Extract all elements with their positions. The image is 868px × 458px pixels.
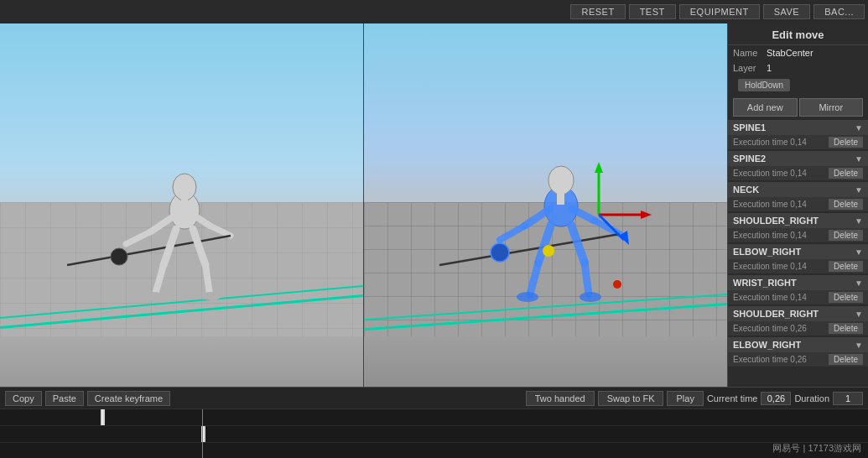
add-new-button[interactable]: Add new bbox=[733, 98, 798, 117]
bone-dropdown-6[interactable]: ▼ bbox=[855, 310, 863, 319]
bone-name-1: SPINE2 bbox=[733, 154, 766, 164]
holddown-row: HoldDown bbox=[728, 75, 868, 95]
svg-line-19 bbox=[500, 226, 525, 240]
bone-header-1: SPINE2 ▼ bbox=[728, 151, 868, 166]
svg-rect-17 bbox=[557, 193, 564, 205]
svg-line-12 bbox=[205, 265, 210, 294]
bone-exec-label-5: Execution time 0,14 bbox=[733, 293, 807, 302]
svg-point-1 bbox=[173, 174, 196, 200]
svg-marker-33 bbox=[641, 211, 652, 219]
save-button[interactable]: SAVE bbox=[763, 4, 811, 19]
bone-exec-7: Execution time 0,26 Delete bbox=[728, 352, 868, 367]
svg-line-11 bbox=[193, 229, 205, 265]
svg-line-26 bbox=[571, 225, 585, 263]
bone-header-0: SPINE1 ▼ bbox=[728, 120, 868, 135]
panel-title: Edit move bbox=[728, 23, 868, 45]
bone-name-5: WRIST_RIGHT bbox=[733, 278, 797, 288]
svg-marker-31 bbox=[595, 162, 603, 173]
bone-dropdown-5[interactable]: ▼ bbox=[855, 278, 863, 288]
holddown-badge: HoldDown bbox=[738, 79, 790, 91]
character-left bbox=[67, 127, 302, 328]
paste-button[interactable]: Paste bbox=[45, 391, 84, 406]
bone-exec-label-2: Execution time 0,14 bbox=[733, 200, 807, 209]
reset-button[interactable]: RESET bbox=[570, 4, 625, 19]
bone-name-4: ELBOW_RIGHT bbox=[733, 247, 801, 257]
svg-point-37 bbox=[613, 280, 621, 289]
timeline-toolbar: Copy Paste Create keyframe Two handed Sw… bbox=[0, 388, 868, 409]
bone-dropdown-4[interactable]: ▼ bbox=[855, 247, 863, 257]
viewport-right[interactable] bbox=[363, 23, 727, 387]
svg-line-6 bbox=[210, 226, 231, 236]
bone-exec-label-0: Execution time 0,14 bbox=[733, 138, 807, 147]
top-toolbar: RESET TEST EQUIPMENT SAVE BAC... bbox=[0, 0, 868, 23]
bone-dropdown-1[interactable]: ▼ bbox=[855, 154, 863, 164]
duration-label: Duration bbox=[794, 393, 829, 403]
bone-dropdown-7[interactable]: ▼ bbox=[855, 341, 863, 350]
bone-delete-button-1[interactable]: Delete bbox=[829, 168, 863, 179]
main-content: Edit move Name StabCenter Layer 1 HoldDo… bbox=[0, 23, 868, 387]
svg-point-23 bbox=[491, 243, 509, 262]
bone-item-7: ELBOW_RIGHT ▼ Execution time 0,26 Delete bbox=[728, 337, 868, 367]
svg-point-14 bbox=[201, 292, 221, 300]
layer-value: 1 bbox=[767, 63, 772, 73]
swap-to-fk-button[interactable]: Swap to FK bbox=[598, 391, 664, 406]
create-keyframe-button[interactable]: Create keyframe bbox=[87, 391, 170, 406]
bone-exec-4: Execution time 0,14 Delete bbox=[728, 259, 868, 273]
bone-item-2: NECK ▼ Execution time 0,14 Delete bbox=[728, 182, 868, 212]
bone-delete-button-6[interactable]: Delete bbox=[829, 323, 863, 334]
bone-dropdown-3[interactable]: ▼ bbox=[855, 216, 863, 226]
svg-rect-2 bbox=[181, 199, 188, 209]
current-time-label: Current time bbox=[707, 393, 758, 403]
timeline-track-2 bbox=[0, 426, 868, 443]
mirror-button[interactable]: Mirror bbox=[799, 98, 864, 117]
bone-exec-label-7: Execution time 0,26 bbox=[733, 355, 807, 364]
copy-button[interactable]: Copy bbox=[5, 391, 42, 406]
bone-delete-button-2[interactable]: Delete bbox=[829, 199, 863, 210]
bone-exec-label-3: Execution time 0,14 bbox=[733, 231, 807, 240]
timeline-marker-4 bbox=[203, 426, 205, 442]
test-button[interactable]: TEST bbox=[629, 4, 676, 19]
bone-exec-3: Execution time 0,14 Delete bbox=[728, 228, 868, 242]
timeline-tracks[interactable] bbox=[0, 409, 868, 458]
bone-delete-button-0[interactable]: Delete bbox=[829, 137, 863, 148]
svg-point-16 bbox=[548, 166, 574, 195]
bone-exec-5: Execution time 0,14 Delete bbox=[728, 290, 868, 304]
duration-value: 1 bbox=[833, 392, 863, 405]
right-panel: Edit move Name StabCenter Layer 1 HoldDo… bbox=[727, 23, 868, 387]
bone-dropdown-2[interactable]: ▼ bbox=[855, 185, 863, 195]
bone-item-3: SHOULDER_RIGHT ▼ Execution time 0,14 Del… bbox=[728, 213, 868, 243]
bone-delete-button-7[interactable]: Delete bbox=[829, 354, 863, 365]
bone-list: SPINE1 ▼ Execution time 0,14 Delete SPIN… bbox=[728, 120, 868, 368]
svg-line-27 bbox=[585, 263, 589, 294]
svg-point-36 bbox=[543, 245, 554, 257]
bone-item-4: ELBOW_RIGHT ▼ Execution time 0,14 Delete bbox=[728, 244, 868, 274]
back-button[interactable]: BAC... bbox=[813, 4, 865, 19]
bone-delete-button-4[interactable]: Delete bbox=[829, 261, 863, 272]
current-time-value: 0,26 bbox=[761, 392, 791, 405]
svg-line-24 bbox=[538, 225, 551, 263]
bone-item-0: SPINE1 ▼ Execution time 0,14 Delete bbox=[728, 120, 868, 150]
layer-label: Layer bbox=[733, 63, 763, 73]
viewport-area bbox=[0, 23, 727, 387]
svg-line-10 bbox=[155, 265, 164, 294]
viewport-left[interactable] bbox=[0, 23, 363, 387]
play-button[interactable]: Play bbox=[667, 391, 703, 406]
playhead-line[interactable] bbox=[202, 409, 203, 458]
bone-delete-button-3[interactable]: Delete bbox=[829, 230, 863, 241]
bone-item-5: WRIST_RIGHT ▼ Execution time 0,14 Delete bbox=[728, 275, 868, 305]
bone-delete-button-5[interactable]: Delete bbox=[829, 292, 863, 303]
two-handed-button[interactable]: Two handed bbox=[526, 391, 595, 406]
svg-point-8 bbox=[111, 248, 127, 265]
svg-point-13 bbox=[143, 292, 164, 300]
svg-line-20 bbox=[572, 209, 595, 221]
bone-item-1: SPINE2 ▼ Execution time 0,14 Delete bbox=[728, 151, 868, 181]
svg-point-28 bbox=[517, 292, 538, 302]
bone-name-6: SHOULDER_RIGHT bbox=[733, 309, 819, 319]
bone-dropdown-0[interactable]: ▼ bbox=[855, 123, 863, 133]
bone-header-3: SHOULDER_RIGHT ▼ bbox=[728, 213, 868, 228]
bone-exec-1: Execution time 0,14 Delete bbox=[728, 166, 868, 180]
equipment-button[interactable]: EQUIPMENT bbox=[679, 4, 760, 19]
watermark: 网易号 | 17173游戏网 bbox=[772, 442, 861, 455]
svg-line-18 bbox=[525, 209, 550, 226]
character-right bbox=[431, 118, 683, 336]
